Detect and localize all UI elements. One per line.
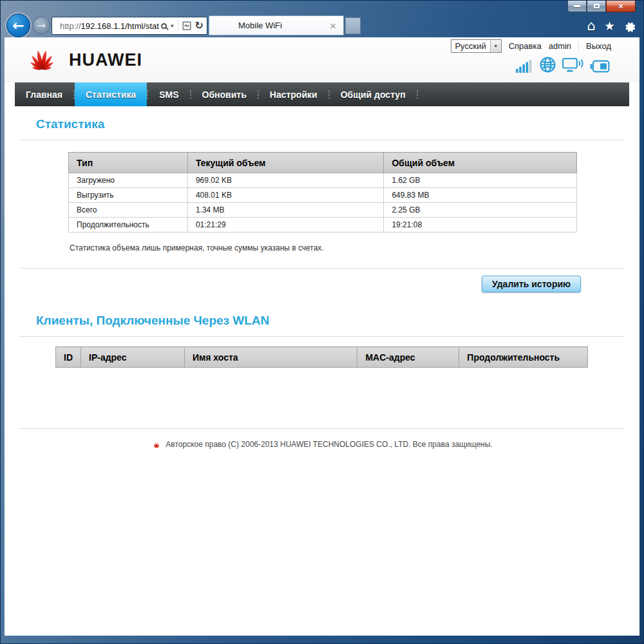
cell-total: 2.25 GB — [384, 203, 577, 218]
browser-action-icons: ⌂ ★ — [587, 18, 636, 33]
cell-total: 19:21:08 — [384, 218, 577, 232]
copyright-text: Авторское право (C) 2006-2013 HUAWEI TEC… — [166, 440, 492, 449]
url-prefix: http:// — [60, 21, 81, 31]
statistics-note: Статистика объема лишь примерная, точные… — [70, 243, 639, 252]
cell-total: 1.62 GB — [384, 173, 577, 188]
divider — [417, 90, 418, 99]
language-select[interactable]: Русский ▾ — [451, 39, 501, 53]
divider — [19, 336, 624, 337]
top-links: Русский ▾ Справка admin Выход — [451, 39, 611, 53]
site-header: HUAWEI Русский ▾ Справка admin Выход — [5, 37, 639, 82]
minimize-icon — [574, 5, 580, 7]
compatibility-view-icon[interactable] — [182, 21, 191, 30]
button-row: Удалить историю — [5, 276, 639, 292]
language-selected: Русский — [451, 40, 489, 52]
page-title: Статистика — [36, 117, 639, 131]
logout-link[interactable]: Выход — [586, 41, 611, 51]
divider — [578, 43, 579, 50]
nav-item-settings[interactable]: Настройки — [259, 82, 328, 106]
browser-tab[interactable]: Mobile WiFi × — [209, 15, 344, 35]
huawei-flower-icon — [21, 43, 62, 73]
cell-label: Загружено — [69, 173, 188, 188]
cell-current: 01:21:29 — [187, 218, 384, 232]
battery-icon — [590, 60, 610, 73]
url-host-path: 192.168.1.1/html/stat — [81, 21, 159, 31]
col-header-mac: MAC-адрес — [357, 347, 459, 368]
chevron-down-icon[interactable]: ▾ — [171, 23, 174, 29]
nav-item-sharing[interactable]: Общий доступ — [330, 82, 417, 106]
col-header-current: Текущий объем — [187, 153, 384, 173]
close-button[interactable]: × — [606, 1, 636, 12]
table-row: Продолжительность 01:21:29 19:21:08 — [69, 218, 577, 232]
col-header-type: Тип — [69, 153, 188, 173]
huawei-logo: HUAWEI — [21, 43, 142, 73]
cell-total: 649.83 MB — [384, 188, 577, 203]
brand-text: HUAWEI — [69, 52, 142, 73]
table-row: Загружено 969.02 KB 1.62 GB — [69, 173, 577, 188]
back-arrow-icon: ← — [12, 17, 24, 33]
cell-label: Продолжительность — [69, 218, 188, 232]
divider — [19, 268, 624, 269]
maximize-button[interactable] — [587, 1, 606, 12]
help-link[interactable]: Справка — [509, 41, 542, 51]
forward-arrow-icon: → — [37, 19, 46, 32]
url-text[interactable]: http://192.168.1.1/html/stat — [60, 21, 161, 31]
cell-label: Всего — [69, 203, 188, 218]
user-name[interactable]: admin — [549, 41, 571, 51]
divider — [178, 20, 178, 32]
cell-current: 408.01 KB — [187, 188, 384, 203]
gear-icon[interactable] — [623, 20, 636, 32]
minimize-button[interactable] — [567, 1, 587, 12]
status-icons — [516, 57, 610, 73]
nav-item-home[interactable]: Главная — [15, 82, 73, 106]
address-bar[interactable]: http://192.168.1.1/html/stat ▾ ↻ — [52, 17, 207, 35]
back-button[interactable]: ← — [6, 14, 30, 37]
cell-current: 1.34 MB — [187, 203, 384, 218]
table-row: Всего 1.34 MB 2.25 GB — [69, 203, 577, 218]
tab-close-icon[interactable]: × — [323, 21, 343, 31]
forward-button[interactable]: → — [33, 17, 50, 34]
nav-item-sms[interactable]: SMS — [148, 82, 189, 106]
cell-current: 969.02 KB — [187, 173, 384, 188]
table-header-row: Тип Текущий объем Общий объем — [69, 153, 577, 173]
tab-title: Mobile WiFi — [209, 21, 323, 30]
nav-item-statistics[interactable]: Статистика — [75, 82, 147, 106]
new-tab-button[interactable] — [345, 17, 361, 34]
table-row: Выгрузить 408.01 KB 649.83 MB — [69, 188, 577, 203]
close-icon: × — [618, 1, 623, 11]
clients-section-title: Клиенты, Подключенные Через WLAN — [36, 314, 639, 328]
signal-strength-icon — [516, 60, 533, 73]
statistics-table: Тип Текущий объем Общий объем Загружено … — [68, 152, 577, 232]
nav-item-update[interactable]: Обновить — [191, 82, 258, 106]
clear-history-button[interactable]: Удалить историю — [482, 276, 581, 292]
cell-label: Выгрузить — [69, 188, 188, 203]
col-header-ip: IP-адрес — [81, 347, 185, 368]
maximize-icon — [594, 4, 600, 8]
col-header-total: Общий объем — [384, 153, 577, 173]
star-icon[interactable]: ★ — [604, 19, 615, 33]
clients-table: ID IP-адрес Имя хоста MAC-адрес Продолжи… — [55, 346, 588, 368]
col-header-duration: Продолжительность — [459, 347, 588, 368]
browser-window: × ← → http://192.168.1.1/html/stat ▾ ↻ M… — [0, 0, 644, 644]
window-controls: × — [567, 1, 636, 12]
huawei-flower-icon — [151, 440, 162, 449]
col-header-id: ID — [56, 347, 81, 368]
footer: Авторское право (C) 2006-2013 HUAWEI TEC… — [5, 440, 639, 449]
divider — [19, 140, 624, 140]
address-bar-icons: ▾ ↻ — [161, 20, 204, 32]
table-header-row: ID IP-адрес Имя хоста MAC-адрес Продолжи… — [56, 347, 588, 368]
refresh-icon[interactable]: ↻ — [195, 21, 204, 31]
col-header-hostname: Имя хоста — [184, 347, 357, 368]
divider — [19, 428, 624, 429]
network-globe-icon — [540, 57, 556, 73]
wifi-clients-icon — [562, 57, 583, 73]
select-arrow-icon: ▾ — [490, 40, 501, 52]
home-icon[interactable]: ⌂ — [587, 18, 596, 33]
page-content: HUAWEI Русский ▾ Справка admin Выход — [5, 37, 639, 636]
main-nav: Главная Статистика SMS Обновить Настройк… — [15, 82, 629, 106]
search-icon[interactable] — [161, 23, 167, 29]
